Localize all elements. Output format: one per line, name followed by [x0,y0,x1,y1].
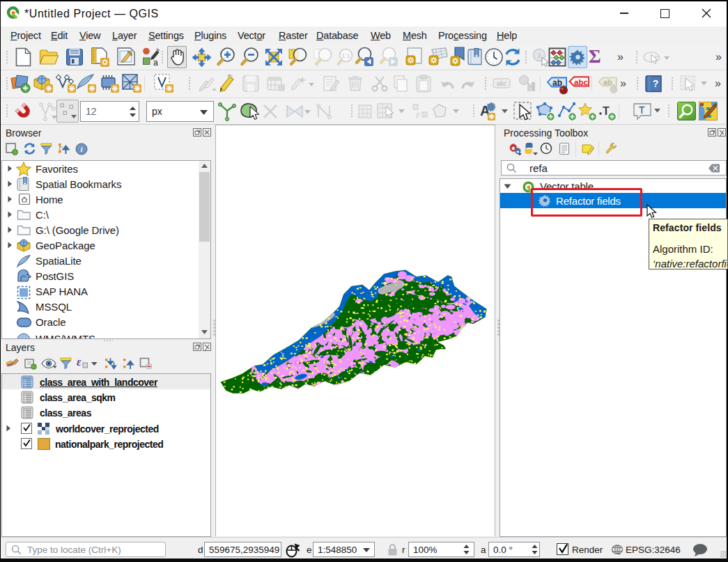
svg-text:ε: ε [77,356,82,368]
svg-text:a: a [153,58,158,68]
svg-text:ab: ab [552,78,562,88]
svg-text:ab: ab [603,78,612,86]
svg-text:T: T [639,104,645,116]
svg-text:?: ? [653,78,659,89]
svg-text:1:1: 1:1 [342,52,350,59]
svg-text:ε: ε [416,109,420,120]
svg-text:abc: abc [574,78,588,86]
svg-text:abc: abc [497,80,507,87]
